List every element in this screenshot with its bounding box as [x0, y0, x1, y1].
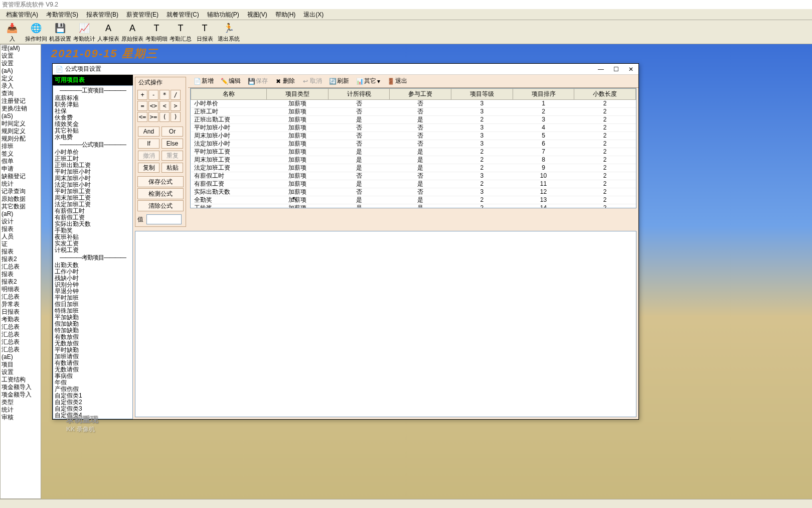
- table-row[interactable]: 周末加班工资加薪项是是282: [191, 156, 636, 164]
- operator-button[interactable]: *: [159, 90, 170, 100]
- edit-button[interactable]: ✏️编辑: [217, 75, 244, 87]
- table-row[interactable]: 实际出勤天数加薪项否否3122: [191, 188, 636, 196]
- table-row[interactable]: 全勤奖加薪项是是2132: [191, 196, 636, 204]
- close-button[interactable]: ✕: [623, 64, 638, 74]
- formula-editor[interactable]: [135, 231, 636, 417]
- tree-item[interactable]: 设置: [1, 52, 41, 60]
- column-header[interactable]: 项目排序: [513, 89, 574, 100]
- else-button[interactable]: Else: [161, 139, 183, 149]
- tree-item[interactable]: 审核: [1, 414, 41, 421]
- tree-item[interactable]: 设计: [1, 218, 41, 225]
- operator-button[interactable]: ): [171, 112, 181, 122]
- tree-item[interactable]: 考勤表: [1, 316, 41, 323]
- table-row[interactable]: 正班出勤工资加薪项是是232: [191, 116, 636, 124]
- menu-item[interactable]: 档案管理(A): [2, 9, 42, 20]
- tree-item[interactable]: 假单: [1, 158, 41, 165]
- tree-item[interactable]: 报表: [1, 225, 41, 233]
- tree-item[interactable]: 注册登记: [1, 97, 41, 105]
- tree-item[interactable]: 申请: [1, 165, 41, 173]
- tree-item[interactable]: 报表2: [1, 256, 41, 263]
- clear-formula-button[interactable]: 清除公式: [137, 200, 184, 211]
- nav-tree[interactable]: 理(aM)设置设置(aA)定义录入查询注册登记更换/注销(aS)时间定义规则定义…: [0, 44, 41, 499]
- tree-item[interactable]: 其它数据: [1, 203, 41, 210]
- menu-item[interactable]: 就餐管理(C): [163, 9, 203, 20]
- operator-button[interactable]: <=: [137, 112, 147, 122]
- list-item[interactable]: 水电费: [54, 134, 132, 141]
- table-row[interactable]: 小时单价加薪项否否312: [191, 100, 636, 108]
- tree-item[interactable]: 异常表: [1, 301, 41, 308]
- operator-button[interactable]: <>: [148, 101, 158, 111]
- tree-item[interactable]: 排班: [1, 143, 41, 150]
- column-header[interactable]: 小数长度: [574, 89, 636, 100]
- tree-item[interactable]: 规则定义: [1, 128, 41, 135]
- tree-item[interactable]: 统计: [1, 406, 41, 414]
- refresh-button[interactable]: 🔄刷新: [326, 75, 353, 87]
- list-item[interactable]: 计税工资: [54, 247, 132, 253]
- menu-item[interactable]: 帮助(H): [271, 9, 300, 20]
- tree-item[interactable]: 类型: [1, 399, 41, 406]
- column-header[interactable]: 名称: [191, 89, 267, 100]
- check-formula-button[interactable]: 检测公式: [137, 188, 184, 199]
- tree-item[interactable]: 设置: [1, 60, 41, 67]
- value-input[interactable]: [146, 214, 182, 224]
- column-header[interactable]: 项目等级: [451, 89, 513, 100]
- tree-item[interactable]: 签义: [1, 150, 41, 158]
- table-row[interactable]: 有薪假工时加薪项否否3102: [191, 172, 636, 180]
- operator-button[interactable]: <: [159, 101, 170, 111]
- tree-item[interactable]: 明细表: [1, 286, 41, 293]
- menu-item[interactable]: 退出(X): [299, 9, 328, 20]
- tree-item[interactable]: (aR): [1, 210, 41, 218]
- data-grid[interactable]: 名称项目类型计所得税参与工资项目等级项目排序小数长度小时单价加薪项否否312正班…: [190, 88, 636, 208]
- tree-item[interactable]: 统计: [1, 180, 41, 188]
- tree-item[interactable]: 证: [1, 240, 41, 248]
- tree-item[interactable]: 报表: [1, 248, 41, 256]
- toolbar-button[interactable]: A人事报表: [96, 20, 120, 43]
- save-formula-button[interactable]: 保存公式: [137, 176, 184, 187]
- menu-item[interactable]: 薪资管理(E): [122, 9, 163, 20]
- operator-button[interactable]: /: [171, 90, 181, 100]
- toolbar-button[interactable]: 💾机器设置: [48, 20, 72, 43]
- and-button[interactable]: And: [138, 126, 159, 137]
- toolbar-button[interactable]: 📥入: [0, 20, 24, 43]
- operator-button[interactable]: (: [159, 112, 170, 122]
- table-row[interactable]: 平时加班小时加薪项否否342: [191, 124, 636, 132]
- tree-item[interactable]: 查询: [1, 90, 41, 97]
- table-row[interactable]: 工龄奖加薪项是是2142: [191, 204, 636, 209]
- menu-item[interactable]: 辅助功能(P): [203, 9, 243, 20]
- maximize-button[interactable]: ☐: [608, 64, 623, 74]
- tree-item[interactable]: 汇总表: [1, 338, 41, 346]
- tree-item[interactable]: 汇总表: [1, 331, 41, 338]
- exit-button[interactable]: 🚪退出: [384, 75, 411, 87]
- tree-item[interactable]: 项目: [1, 361, 41, 368]
- tree-item[interactable]: 规则分配: [1, 135, 41, 143]
- tree-item[interactable]: 设置: [1, 368, 41, 376]
- tree-item[interactable]: 定义: [1, 75, 41, 82]
- tree-item[interactable]: (aS): [1, 112, 41, 120]
- operator-button[interactable]: +: [137, 90, 147, 100]
- tree-item[interactable]: (aE): [1, 353, 41, 361]
- other-button[interactable]: 📊其它▾: [353, 75, 384, 87]
- copy-button[interactable]: 复制: [138, 163, 159, 173]
- tree-item[interactable]: 缺额登记: [1, 173, 41, 180]
- column-header[interactable]: 参与工资: [390, 89, 451, 100]
- toolbar-button[interactable]: T考勤明细: [144, 20, 169, 43]
- tree-item[interactable]: 更换/注销: [1, 105, 41, 112]
- tree-item[interactable]: 记录查询: [1, 188, 41, 195]
- tree-item[interactable]: 报表2: [1, 278, 41, 286]
- operator-button[interactable]: -: [148, 90, 158, 100]
- tree-item[interactable]: 理(aM): [1, 45, 41, 52]
- tree-item[interactable]: 项金额导入: [1, 384, 41, 391]
- column-header[interactable]: 项目类型: [267, 89, 329, 100]
- tree-item[interactable]: 报表: [1, 271, 41, 278]
- toolbar-button[interactable]: T日报表: [193, 20, 217, 43]
- menu-item[interactable]: 视图(V): [243, 9, 271, 20]
- table-row[interactable]: 平时加班工资加薪项是是272: [191, 148, 636, 156]
- if-button[interactable]: If: [138, 139, 159, 149]
- paste-button[interactable]: 粘贴: [161, 163, 183, 173]
- table-row[interactable]: 正班工时加薪项否否322: [191, 108, 636, 116]
- tree-item[interactable]: 汇总表: [1, 263, 41, 271]
- tree-item[interactable]: 人员: [1, 233, 41, 240]
- operator-button[interactable]: =: [137, 101, 147, 111]
- delete-button[interactable]: ✖删除: [271, 75, 298, 87]
- toolbar-button[interactable]: 🌐操作时间: [24, 20, 48, 43]
